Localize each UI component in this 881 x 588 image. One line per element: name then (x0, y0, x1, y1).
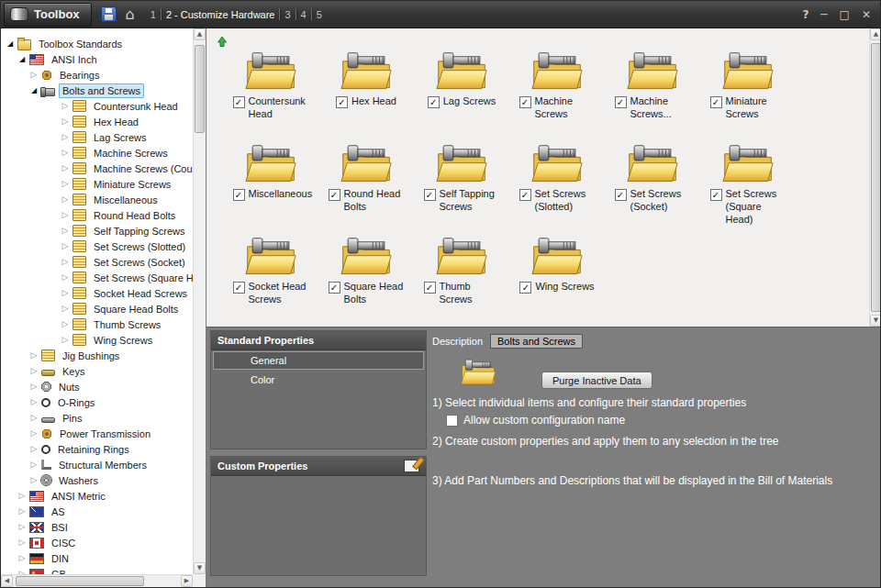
tree-expander-icon[interactable] (28, 367, 39, 375)
tree-item[interactable]: Retaining Rings (1, 441, 193, 457)
folder-checkbox[interactable]: ✓ (428, 96, 440, 108)
tree-expander-icon[interactable] (17, 492, 28, 500)
scroll-up-icon[interactable]: ▲ (194, 28, 206, 40)
scrollbar-thumb[interactable] (195, 45, 205, 133)
tree-expander-icon[interactable] (28, 398, 39, 406)
home-icon[interactable]: ⌂ (126, 7, 135, 22)
tree-expander-icon[interactable] (60, 195, 71, 204)
folder-checkbox[interactable]: ✓ (424, 189, 436, 201)
tree-vertical-scrollbar[interactable]: ▲ ▼ (193, 28, 206, 574)
tree-expander-icon[interactable] (28, 71, 39, 79)
step-tab[interactable]: 4 (296, 9, 311, 20)
tree-item[interactable]: Set Screws (Socket) (1, 254, 193, 270)
scrollbar-thumb[interactable] (16, 576, 144, 586)
tree-item[interactable]: Miniature Screws (1, 176, 193, 192)
tree-expander-icon[interactable] (60, 336, 71, 344)
tree-item[interactable]: AS (1, 504, 193, 519)
up-one-level-icon[interactable] (215, 34, 229, 49)
hardware-folder[interactable]: ✓ Machine Screws... (605, 50, 700, 143)
tree-item[interactable]: O-Rings (1, 394, 193, 410)
tree-item[interactable]: Machine Screws (1, 145, 193, 161)
folder-checkbox[interactable]: ✓ (329, 282, 340, 294)
folder-checkbox[interactable]: ✓ (233, 189, 245, 201)
tree-expander-icon[interactable] (28, 87, 39, 94)
tree-expander-icon[interactable] (17, 56, 28, 63)
folder-checkbox[interactable]: ✓ (615, 96, 627, 108)
tree-expander-icon[interactable] (60, 242, 71, 250)
tree-expander-icon[interactable] (5, 40, 16, 48)
folder-checkbox[interactable]: ✓ (519, 96, 531, 108)
add-custom-property-icon[interactable] (404, 460, 419, 472)
tree-item[interactable]: Wing Screws (1, 332, 193, 348)
hardware-folder[interactable]: ✓ Countersunk Head (223, 50, 318, 143)
folder-checkbox[interactable]: ✓ (233, 282, 245, 294)
maximize-button[interactable]: □ (840, 9, 850, 20)
content-vertical-scrollbar[interactable]: ▲ ▼ (869, 28, 881, 327)
folder-checkbox[interactable]: ✓ (424, 282, 436, 294)
tree-expander-icon[interactable] (28, 351, 39, 360)
tree-item[interactable]: Jig Bushings (1, 348, 193, 363)
tree-item[interactable]: Nuts (1, 379, 193, 394)
purge-inactive-data-button[interactable]: Purge Inactive Data (541, 372, 652, 389)
hardware-folder[interactable]: ✓ Set Screws (Square Head) (700, 143, 796, 236)
tree-expander-icon[interactable] (60, 164, 71, 172)
minimize-button[interactable]: ─ (820, 9, 827, 20)
hardware-folder[interactable]: ✓ Lag Screws (414, 50, 509, 143)
step-tab[interactable]: 3 (280, 9, 295, 20)
toolbox-menu-button[interactable]: Toolbox (4, 3, 92, 27)
tree-item[interactable]: Power Transmission (1, 426, 193, 441)
property-page-item[interactable]: Color (213, 371, 424, 389)
tree-item[interactable]: Thumb Screws (1, 316, 193, 332)
scroll-left-icon[interactable]: ◀ (1, 575, 13, 587)
save-icon[interactable] (101, 6, 117, 22)
scroll-down-icon[interactable]: ▼ (194, 562, 206, 574)
tree-expander-icon[interactable] (60, 273, 71, 282)
tree-item[interactable]: Toolbox Standards (1, 36, 193, 51)
tree-item[interactable]: DIN (1, 550, 193, 566)
tree-item[interactable]: Set Screws (Slotted) (1, 239, 193, 254)
tree-item[interactable]: Socket Head Screws (1, 285, 193, 301)
step-tab[interactable]: 5 (312, 9, 327, 20)
scroll-right-icon[interactable]: ▶ (181, 575, 193, 587)
tree-expander-icon[interactable] (28, 460, 39, 469)
scroll-down-icon[interactable]: ▼ (870, 315, 881, 327)
tree-item[interactable]: GB (1, 566, 193, 574)
hardware-folder[interactable]: ✓ Set Screws (Socket) (605, 143, 700, 236)
property-page-item[interactable]: General (213, 351, 424, 370)
tree-item[interactable]: Miscellaneous (1, 192, 193, 207)
hardware-folder[interactable]: ✓ Machine Screws (509, 50, 605, 143)
tree-expander-icon[interactable] (60, 289, 71, 297)
step-tab[interactable]: 1 (146, 9, 161, 20)
folder-checkbox[interactable]: ✓ (519, 189, 531, 201)
tree-expander-icon[interactable] (17, 554, 28, 562)
tree-expander-icon[interactable] (60, 320, 71, 328)
folder-checkbox[interactable]: ✓ (233, 96, 245, 108)
tree-expander-icon[interactable] (60, 180, 71, 188)
tree-expander-icon[interactable] (28, 429, 39, 438)
tree-expander-icon[interactable] (28, 414, 39, 422)
tree-item[interactable]: Square Head Bolts (1, 301, 193, 316)
hardware-folder[interactable]: ✓ Round Head Bolts (318, 143, 414, 236)
tree-item[interactable]: Bearings (1, 67, 193, 83)
hardware-folder[interactable]: ✓ Square Head Bolts (318, 236, 414, 328)
tree-item[interactable]: Pins (1, 410, 193, 426)
tree-expander-icon[interactable] (60, 211, 71, 219)
hardware-folder[interactable]: ✓ Wing Screws (509, 236, 605, 328)
tree-expander-icon[interactable] (17, 538, 28, 547)
hardware-folder[interactable]: ✓ Socket Head Screws (223, 236, 318, 328)
hardware-folder[interactable]: ✓ Self Tapping Screws (414, 143, 509, 236)
allow-custom-config-checkbox[interactable] (446, 415, 458, 427)
hardware-folder[interactable]: ✓ Miniature Screws (700, 50, 796, 143)
tree-expander-icon[interactable] (60, 305, 71, 313)
scrollbar-thumb[interactable] (871, 43, 881, 312)
tree-horizontal-scrollbar[interactable]: ◀ ▶ (1, 574, 193, 587)
tree-item[interactable]: Structural Members (1, 457, 193, 472)
tree-expander-icon[interactable] (60, 102, 71, 110)
folder-checkbox[interactable]: ✓ (710, 189, 722, 201)
tree-expander-icon[interactable] (17, 523, 28, 531)
folder-checkbox[interactable]: ✓ (336, 96, 348, 108)
tree-expander-icon[interactable] (60, 227, 71, 235)
hardware-folder[interactable]: ✓ Miscellaneous (223, 143, 318, 236)
tree-expander-icon[interactable] (28, 476, 39, 484)
close-button[interactable]: ✕ (862, 9, 871, 20)
